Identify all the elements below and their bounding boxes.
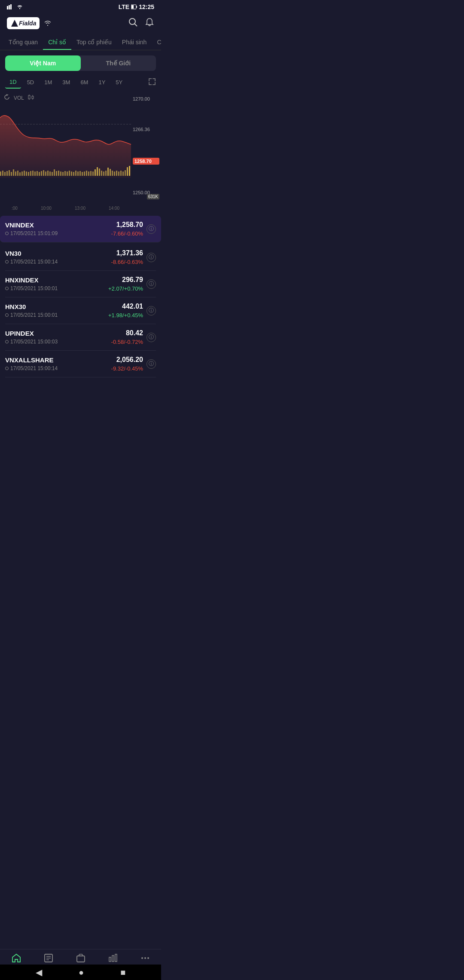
tab-top-co-phieu[interactable]: Top cổ phiếu: [71, 34, 117, 50]
index-item-vnindex[interactable]: VNINDEX 17/05/2021 15:01:09 1,258.70 -7.…: [0, 216, 161, 242]
chart-svg: [0, 92, 131, 199]
index-item-hnx30[interactable]: HNX30 17/05/2021 15:00:01 442.01 +1.98/+…: [5, 297, 156, 324]
time-1d[interactable]: 1D: [5, 76, 21, 89]
index-hnx30-value: 442.01: [122, 303, 143, 310]
index-hnx30-values: 442.01 +1.98/+0.45%: [108, 303, 143, 318]
time-dot-hnxindex: [5, 287, 9, 290]
svg-rect-20: [6, 171, 8, 176]
index-upindex-value: 80.42: [126, 329, 143, 337]
svg-rect-40: [49, 172, 51, 176]
info-button-vnindex[interactable]: ⓘ: [147, 224, 156, 234]
expand-chart-button[interactable]: [148, 78, 156, 87]
logo-text: Fialda: [19, 20, 36, 27]
svg-point-8: [129, 18, 135, 24]
info-button-vnxallshare[interactable]: ⓘ: [147, 359, 156, 369]
svg-rect-34: [37, 171, 38, 176]
svg-rect-23: [13, 169, 14, 176]
index-vnxallshare-change: -9.32/-0.45%: [111, 365, 143, 372]
svg-rect-24: [15, 172, 16, 176]
svg-rect-1: [9, 5, 10, 9]
price-current: 1258.70: [133, 158, 159, 165]
svg-rect-18: [2, 171, 3, 176]
index-hnx30-time: 17/05/2021 15:00:01: [5, 312, 58, 318]
tab-phai-sinh[interactable]: Phái sinh: [117, 34, 152, 50]
recent-button[interactable]: ■: [120, 968, 125, 977]
svg-rect-0: [7, 6, 8, 9]
index-hnx30-name: HNX30: [5, 303, 58, 310]
info-button-hnxindex[interactable]: ⓘ: [147, 279, 156, 289]
search-icon[interactable]: [128, 18, 138, 29]
tab-tong-quan[interactable]: Tổng quan: [3, 34, 43, 50]
status-right-info: LTE 12:25: [119, 3, 154, 10]
news-icon: [43, 953, 54, 966]
time-6m[interactable]: 6M: [76, 77, 92, 88]
index-vnxallshare-name: VNXALLSHARE: [5, 356, 58, 364]
header-action-icons: [128, 18, 154, 29]
index-vn30-change: -8.66/-0.63%: [111, 259, 143, 265]
index-hnx30-change: +1.98/+0.45%: [108, 312, 143, 318]
svg-marker-6: [11, 20, 18, 27]
price-chart[interactable]: VOL: [0, 92, 161, 212]
sim-icon: [7, 4, 14, 9]
main-nav-tabs: Tổng quan Chỉ số Top cổ phiếu Phái sinh …: [0, 34, 161, 50]
index-vnindex-time: 17/05/2021 15:01:09: [5, 230, 58, 236]
time-1m[interactable]: 1M: [40, 77, 56, 88]
svg-rect-71: [116, 171, 117, 176]
index-item-vn30[interactable]: VN30 17/05/2021 15:00:14 1,371.36 -8.66/…: [5, 244, 156, 271]
svg-rect-76: [127, 167, 128, 176]
index-vnindex-right: 1,258.70 -7.66/-0.60% ⓘ: [111, 221, 156, 237]
svg-rect-43: [56, 171, 57, 176]
index-vn30-left: VN30 17/05/2021 15:00:14: [5, 250, 58, 265]
tab-chi-so[interactable]: Chỉ số: [43, 34, 71, 50]
index-upindex-change: -0.58/-0.72%: [111, 339, 143, 345]
svg-rect-57: [86, 171, 87, 176]
index-vnindex-value: 1,258.70: [116, 221, 143, 229]
info-button-vn30[interactable]: ⓘ: [147, 253, 156, 262]
index-vnindex-change: -7.66/-0.60%: [111, 230, 143, 237]
svg-rect-68: [110, 169, 111, 176]
more-icon: [140, 953, 150, 966]
time-5d[interactable]: 5D: [23, 77, 39, 88]
info-button-hnx30[interactable]: ⓘ: [147, 306, 156, 315]
svg-rect-28: [24, 171, 25, 176]
time-range-selector: 1D 5D 1M 3M 6M 1Y 5Y: [0, 76, 161, 89]
svg-rect-77: [129, 166, 130, 176]
svg-rect-58: [88, 172, 89, 176]
svg-rect-30: [28, 172, 29, 176]
index-hnxindex-left: HNXINDEX 17/05/2021 15:00:01: [5, 276, 58, 291]
back-button[interactable]: ◀: [36, 967, 42, 977]
region-world-button[interactable]: Thế Giới: [81, 55, 156, 71]
home-button[interactable]: ●: [79, 968, 84, 977]
svg-rect-4: [136, 6, 137, 8]
price-avg: 1266.36: [133, 127, 159, 132]
time-1y[interactable]: 1Y: [94, 77, 110, 88]
svg-rect-42: [54, 169, 55, 176]
index-upindex-datetime: 17/05/2021 15:00:03: [10, 339, 58, 345]
svg-rect-53: [77, 172, 79, 176]
svg-rect-59: [90, 171, 92, 176]
info-button-upindex[interactable]: ⓘ: [147, 333, 156, 342]
svg-rect-2: [10, 4, 12, 9]
svg-rect-66: [105, 171, 107, 176]
svg-point-88: [147, 957, 149, 959]
svg-rect-38: [45, 172, 46, 176]
logo-area: Fialda: [7, 17, 52, 29]
time-3m[interactable]: 3M: [58, 77, 74, 88]
home-icon: [11, 953, 21, 966]
time-5y[interactable]: 5Y: [111, 77, 127, 88]
region-vn-button[interactable]: Việt Nam: [5, 55, 81, 71]
index-item-hnxindex[interactable]: HNXINDEX 17/05/2021 15:00:01 296.79 +2.0…: [5, 271, 156, 297]
index-item-vnxallshare[interactable]: VNXALLSHARE 17/05/2021 15:00:14 2,056.20…: [5, 351, 156, 377]
index-item-upindex[interactable]: UPINDEX 17/05/2021 15:00:03 80.42 -0.58/…: [5, 324, 156, 351]
svg-rect-26: [19, 172, 21, 176]
notification-icon[interactable]: [145, 18, 154, 29]
index-hnxindex-values: 296.79 +2.07/+0.70%: [108, 276, 143, 292]
svg-rect-21: [9, 170, 10, 176]
region-toggle: Việt Nam Thế Giới: [5, 55, 156, 71]
index-vnindex-left: VNINDEX 17/05/2021 15:01:09: [5, 221, 58, 236]
index-vnxallshare-datetime: 17/05/2021 15:00:14: [10, 365, 58, 371]
time-dot-upindex: [5, 340, 9, 343]
svg-rect-72: [118, 172, 119, 176]
index-hnxindex-value: 296.79: [122, 276, 143, 284]
tab-chung[interactable]: Chứng...: [152, 34, 161, 50]
